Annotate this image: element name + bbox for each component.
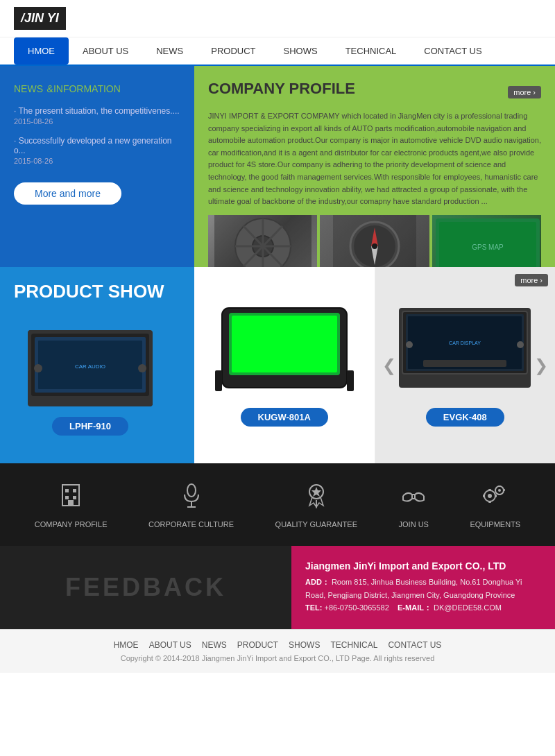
product-img-2 xyxy=(215,304,354,397)
bottom-nav-technical[interactable]: TECHNICAL xyxy=(330,640,377,650)
feedback-contact-row: FEEDBACK Jiangmen JinYi Import and Expor… xyxy=(0,546,555,629)
product-3-svg: CAR DISPLAY xyxy=(395,304,534,395)
product-2-svg xyxy=(215,304,354,395)
svg-marker-47 xyxy=(311,487,321,497)
svg-rect-60 xyxy=(495,489,496,491)
svg-rect-39 xyxy=(73,489,76,492)
gears-icon xyxy=(479,481,511,515)
product-img-1: CAR AUDIO xyxy=(28,330,153,406)
product-show-section: PRODUCT SHOW CAR AUDIO LPHF-910 xyxy=(0,267,555,463)
nav-product[interactable]: PRODUCT xyxy=(197,37,269,65)
contact-section: Jiangmen JinYi Import and Export CO., LT… xyxy=(291,546,555,629)
news-more-button[interactable]: More and more xyxy=(14,182,121,205)
product-show-title: PRODUCT SHOW xyxy=(14,281,164,302)
news-company-row: NEWS &INFORMATION The present situation,… xyxy=(0,66,555,267)
svg-rect-57 xyxy=(495,495,497,497)
contact-address: ADD： Room 815, Jinhua Business Building,… xyxy=(305,576,541,601)
product-card-3: CAR DISPLAY EVGK-408 xyxy=(395,304,534,427)
product-label-3[interactable]: EVGK-408 xyxy=(426,408,504,427)
feedback-label: FEEDBACK xyxy=(65,573,226,602)
svg-point-43 xyxy=(187,484,196,497)
product-label-1[interactable]: LPHF-910 xyxy=(52,417,128,436)
footer-label-quality: QUALITY GUARANTEE xyxy=(275,520,357,529)
product-row: PRODUCT SHOW CAR AUDIO LPHF-910 xyxy=(0,267,555,463)
contact-tel-value: +86-0750-3065582 xyxy=(325,603,389,612)
product-left-panel: PRODUCT SHOW CAR AUDIO LPHF-910 xyxy=(0,267,194,463)
footer-icon-company[interactable]: COMPANY PROFILE xyxy=(35,481,108,529)
nav-technical[interactable]: TECHNICAL xyxy=(332,37,411,65)
svg-rect-54 xyxy=(488,489,491,491)
logo-text: JIN YI xyxy=(24,11,59,26)
news-item-1-date: 2015-08-26 xyxy=(14,117,180,126)
svg-point-23 xyxy=(138,364,146,372)
svg-text:CAR AUDIO: CAR AUDIO xyxy=(75,363,105,370)
svg-rect-42 xyxy=(68,500,74,506)
svg-rect-27 xyxy=(215,370,222,391)
footer-label-join: JOIN US xyxy=(399,520,429,529)
footer-label-equip: EQUIPMENTS xyxy=(470,520,520,529)
news-title: NEWS &INFORMATION xyxy=(14,80,180,96)
svg-text:CAR DISPLAY: CAR DISPLAY xyxy=(449,341,481,345)
contact-email-value: DK@DEDE58.COM xyxy=(434,603,502,612)
product-1-svg: CAR AUDIO xyxy=(28,330,153,406)
nav-contact[interactable]: CONTACT US xyxy=(410,37,495,65)
product-center-panel: KUGW-801A xyxy=(194,267,375,463)
bottom-nav-news[interactable]: NEWS xyxy=(202,640,227,650)
svg-rect-56 xyxy=(483,495,485,497)
product-card-1: CAR AUDIO LPHF-910 xyxy=(14,316,166,449)
svg-point-34 xyxy=(406,341,413,348)
svg-rect-40 xyxy=(65,496,69,499)
svg-point-51 xyxy=(488,494,492,498)
navigation: HMOE ABOUT US NEWS PRODUCT SHOWS TECHNIC… xyxy=(0,37,555,66)
logo[interactable]: / JIN YI xyxy=(14,7,66,30)
news-item-1-text[interactable]: The present situation, the competitivene… xyxy=(14,106,180,116)
header: / JIN YI xyxy=(0,0,555,37)
svg-point-53 xyxy=(498,489,501,492)
product-img-3: CAR DISPLAY xyxy=(395,304,534,397)
news-item-1[interactable]: The present situation, the competitivene… xyxy=(14,106,180,126)
bottom-nav: HMOE ABOUT US NEWS PRODUCT SHOWS TECHNIC… xyxy=(14,640,541,650)
bottom-nav-product[interactable]: PRODUCT xyxy=(237,640,278,650)
footer-icon-culture[interactable]: CORPORATE CULTURE xyxy=(148,481,234,529)
contact-tel-label: TEL: xyxy=(305,603,322,612)
footer-icons-section: COMPANY PROFILE CORPORATE CULTURE QUALIT… xyxy=(0,463,555,546)
svg-rect-41 xyxy=(73,496,76,499)
contact-tel: TEL: +86-0750-3065582 E-MAIL： DK@DEDE58.… xyxy=(305,601,541,615)
company-more-tag[interactable]: more › xyxy=(508,86,541,98)
next-arrow[interactable]: ❯ xyxy=(534,356,548,375)
contact-company-name: Jiangmen JinYi Import and Export CO., LT… xyxy=(305,560,541,572)
news-title-main: NEWS xyxy=(14,83,43,94)
product-label-2[interactable]: KUGW-801A xyxy=(241,408,328,427)
svg-rect-58 xyxy=(498,486,501,487)
nav-about[interactable]: ABOUT US xyxy=(69,37,142,65)
footer-label-culture: CORPORATE CULTURE xyxy=(148,520,234,529)
nav-news[interactable]: NEWS xyxy=(142,37,197,65)
news-item-2-date: 2015-08-26 xyxy=(14,157,180,165)
nav-shows[interactable]: SHOWS xyxy=(270,37,332,65)
svg-rect-28 xyxy=(347,370,354,391)
news-item-2-text[interactable]: Successfully developed a new generation … xyxy=(14,136,180,155)
handshake-icon xyxy=(400,481,427,515)
copyright-text: Copyright © 2014-2018 Jiangmen JinYi Imp… xyxy=(14,654,541,662)
svg-point-22 xyxy=(34,364,42,372)
bottom-nav-home[interactable]: HMOE xyxy=(114,640,139,650)
svg-rect-38 xyxy=(65,489,69,492)
bottom-nav-shows[interactable]: SHOWS xyxy=(289,640,320,650)
news-item-2[interactable]: Successfully developed a new generation … xyxy=(14,136,180,165)
company-section: COMPANY PROFILE more › JINYI IMPORT & EX… xyxy=(194,66,555,267)
svg-rect-33 xyxy=(423,360,506,367)
company-body: JINYI IMPORT & EXPORT COMPAMY which loca… xyxy=(208,110,541,208)
bottom-nav-contact[interactable]: CONTACT US xyxy=(388,640,441,650)
contact-add-label: ADD： xyxy=(305,578,330,586)
bottom-nav-about[interactable]: ABOUT US xyxy=(149,640,191,650)
contact-add-value: Room 815, Jinhua Business Building, No.6… xyxy=(305,578,522,599)
prev-arrow[interactable]: ❮ xyxy=(382,356,396,375)
footer-icon-quality[interactable]: QUALITY GUARANTEE xyxy=(275,481,357,529)
footer-icon-equip[interactable]: EQUIPMENTS xyxy=(470,481,520,529)
mic-icon xyxy=(178,481,205,515)
news-section: NEWS &INFORMATION The present situation,… xyxy=(0,66,194,267)
nav-home[interactable]: HMOE xyxy=(14,37,69,65)
product-more-tag[interactable]: more › xyxy=(515,274,548,286)
product-right-panel: more › CAR DISPLAY EVGK-408 xyxy=(375,267,556,463)
footer-icon-join[interactable]: JOIN US xyxy=(399,481,429,529)
